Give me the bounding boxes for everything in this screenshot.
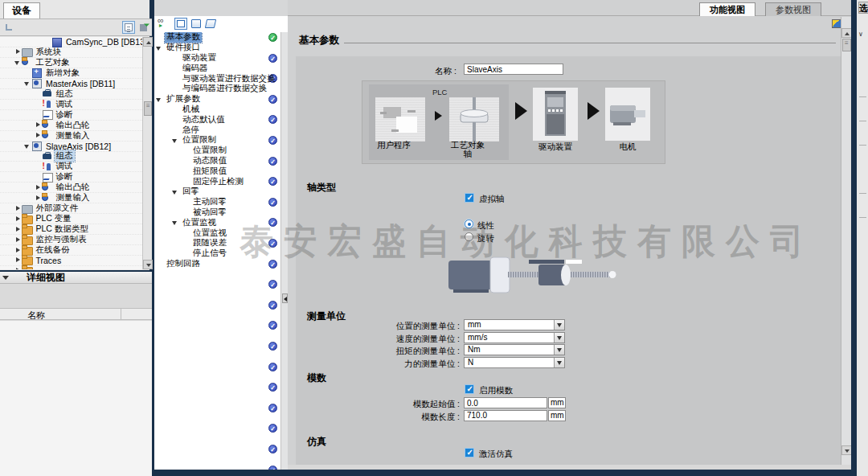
- expand-arrow-icon[interactable]: [14, 267, 22, 269]
- scroll-up-icon[interactable]: [143, 37, 153, 47]
- dropdown-arrow-icon[interactable]: [554, 333, 564, 343]
- nav-item[interactable]: 基本参数✓: [154, 32, 280, 43]
- nav-item[interactable]: 编码器✓: [154, 63, 280, 73]
- main-scrollbar[interactable]: [841, 17, 851, 470]
- tab-parameter-view[interactable]: 参数视图: [765, 2, 821, 16]
- expand-arrow-icon[interactable]: [172, 137, 178, 144]
- scroll-handle[interactable]: [842, 39, 851, 51]
- modulo-value-input[interactable]: [464, 397, 547, 408]
- unit-dropdown[interactable]: N: [464, 357, 565, 368]
- nav-header: [154, 0, 288, 16]
- open-folder-icon[interactable]: [190, 18, 203, 30]
- unit-dropdown[interactable]: mm: [464, 319, 565, 330]
- detail-view-bar[interactable]: 详细视图: [0, 270, 152, 284]
- tree-item-label: 组态: [55, 150, 75, 162]
- expand-arrow-icon[interactable]: [14, 236, 22, 244]
- column-separator[interactable]: [121, 309, 121, 319]
- linear-radio[interactable]: [465, 220, 473, 228]
- tree-item[interactable]: 测量输入: [0, 131, 142, 142]
- chevron-down-icon[interactable]: [2, 275, 9, 281]
- tab-function-view[interactable]: 功能视图: [699, 2, 755, 16]
- dropdown-arrow-icon[interactable]: [554, 345, 564, 355]
- virtual-axis-checkbox[interactable]: [465, 193, 474, 203]
- expand-arrow-icon[interactable]: [172, 189, 178, 195]
- rotary-radio[interactable]: [465, 232, 473, 241]
- modulo-value-input[interactable]: [464, 410, 547, 421]
- expand-arrow-icon[interactable]: [172, 220, 178, 226]
- nav-item[interactable]: 位置监视✓: [154, 228, 280, 238]
- nav-item[interactable]: 与驱动装置进行数据交换✓: [154, 73, 280, 84]
- nav-item[interactable]: 扩展参数✓: [154, 94, 280, 105]
- nav-item[interactable]: 位置监视✓: [154, 217, 280, 228]
- tree-item[interactable]: Traces: [0, 256, 142, 266]
- nav-item[interactable]: 控制回路✓: [154, 259, 280, 269]
- nav-item[interactable]: 急停✓: [154, 125, 280, 135]
- folder-icon: [42, 121, 53, 129]
- tree-item[interactable]: 监控与强制表: [0, 235, 142, 245]
- splitter-collapse-icon[interactable]: [282, 293, 288, 303]
- nav-item[interactable]: 位置限制✓: [154, 146, 280, 156]
- nav-item[interactable]: 回零✓: [154, 187, 280, 197]
- tree-item[interactable]: 新增对象: [0, 68, 142, 79]
- nav-item[interactable]: 机械✓: [154, 105, 280, 115]
- build-icon[interactable]: [137, 21, 149, 34]
- expand-arrow-icon[interactable]: [156, 96, 162, 103]
- expand-arrow-icon[interactable]: [34, 132, 42, 139]
- expand-arrow-icon[interactable]: [34, 195, 42, 202]
- collapse-folder-icon[interactable]: [204, 18, 217, 30]
- tree-item[interactable]: CamSync_DB [DB13]: [0, 37, 142, 47]
- folder-icon: [22, 246, 33, 255]
- scroll-handle[interactable]: [144, 101, 152, 116]
- right-panel-tab[interactable]: 选: [858, 2, 868, 14]
- enable-modulo-checkbox[interactable]: [465, 384, 474, 394]
- nav-item[interactable]: 主动回零✓: [154, 197, 280, 207]
- nav-item[interactable]: 扭矩限值✓: [154, 166, 280, 176]
- expand-arrow-icon[interactable]: [34, 121, 42, 129]
- tab-devices[interactable]: 设备: [3, 2, 40, 18]
- expand-arrow-icon[interactable]: [156, 45, 162, 51]
- activate-simulation-label: 激活仿真: [479, 449, 513, 460]
- axis-name-input[interactable]: [464, 64, 563, 75]
- scroll-down-icon[interactable]: [143, 260, 153, 269]
- unit-dropdown[interactable]: mm/s: [464, 332, 565, 343]
- expand-arrow-icon[interactable]: [14, 256, 22, 264]
- nav-item[interactable]: 位置限制✓: [154, 135, 280, 146]
- list-view-icon[interactable]: [122, 21, 135, 34]
- nav-item[interactable]: 动态默认值✓: [154, 114, 280, 125]
- expand-arrow-icon[interactable]: [14, 215, 22, 223]
- nav-item[interactable]: 驱动装置✓: [154, 53, 280, 64]
- nav-item[interactable]: 被动回零✓: [154, 207, 280, 218]
- expand-arrow-icon[interactable]: [14, 48, 22, 55]
- nav-item[interactable]: 跟随误差✓: [154, 238, 280, 248]
- nav-scrollbar[interactable]: [280, 32, 288, 476]
- chevron-down-icon[interactable]: ∨: [858, 31, 863, 38]
- expand-arrow-icon[interactable]: [23, 142, 31, 150]
- expand-arrow-icon[interactable]: [34, 184, 42, 191]
- glasses-icon[interactable]: [158, 18, 170, 30]
- nav-item[interactable]: 停止信号✓: [154, 248, 280, 259]
- expand-arrow-icon[interactable]: [23, 80, 31, 87]
- basic-params-form: 名称 : PLC 用户程序 工艺对象 轴: [296, 56, 841, 465]
- nav-item[interactable]: 与编码器进行数据交换✓: [154, 84, 280, 94]
- tree-item[interactable]: [0, 266, 142, 269]
- activate-simulation-checkbox[interactable]: [465, 448, 474, 458]
- indent-spacer: [34, 163, 42, 170]
- dropdown-arrow-icon[interactable]: [554, 358, 564, 367]
- detail-name-column-header[interactable]: 名称: [0, 308, 152, 320]
- expand-arrow-icon[interactable]: [14, 247, 22, 254]
- tree-item-label: PLC 数据类型: [35, 224, 90, 235]
- tree-item[interactable]: 在线备份: [0, 245, 142, 256]
- unit-dropdown[interactable]: Nm: [464, 344, 565, 355]
- name-label: 名称 :: [376, 66, 457, 77]
- fit-view-icon[interactable]: [174, 18, 187, 30]
- expand-arrow-icon[interactable]: [14, 205, 22, 212]
- nav-item[interactable]: 硬件接口✓: [154, 43, 280, 53]
- dropdown-arrow-icon[interactable]: [554, 320, 564, 330]
- nav-item[interactable]: 动态限值✓: [154, 156, 280, 166]
- expand-arrow-icon[interactable]: [14, 226, 22, 233]
- expand-arrow-icon[interactable]: [14, 59, 22, 66]
- project-tree-scrollbar[interactable]: [142, 37, 152, 269]
- tree-item[interactable]: 系统块: [0, 47, 142, 58]
- nav-item[interactable]: 固定停止检测✓: [154, 176, 280, 187]
- org-tree-icon[interactable]: [2, 21, 15, 34]
